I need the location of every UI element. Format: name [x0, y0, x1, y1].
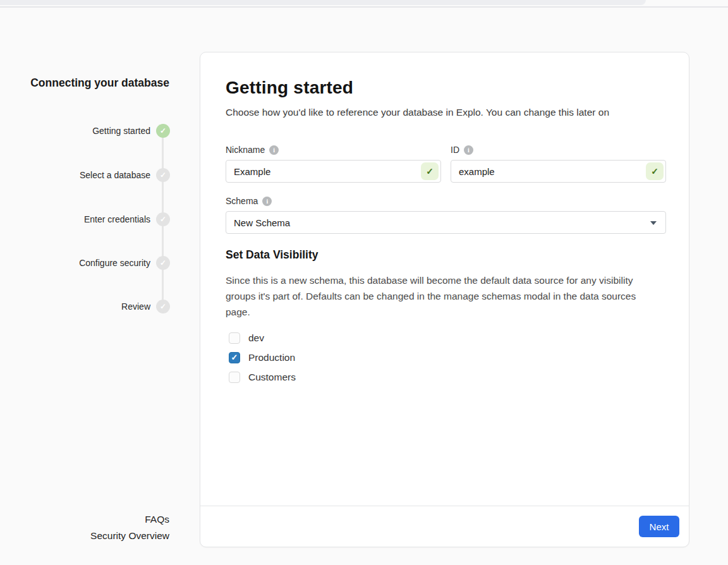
wizard-card: Getting started Choose how you'd like to… — [200, 52, 689, 547]
checkbox-unchecked[interactable] — [229, 372, 240, 383]
valid-check-icon: ✓ — [421, 162, 439, 180]
info-icon[interactable]: i — [269, 145, 279, 155]
check-icon: ✓ — [160, 302, 166, 311]
browser-tab-strip — [0, 0, 646, 5]
visibility-group-list: dev ✓ Production Customers — [229, 328, 296, 387]
page-subtitle: Choose how you'd like to reference your … — [226, 107, 668, 118]
check-icon: ✓ — [160, 171, 166, 179]
step-status-icon-pending[interactable]: ✓ — [156, 300, 170, 313]
id-label: ID — [451, 145, 459, 155]
page-title: Getting started — [226, 78, 353, 98]
checkbox-label: Production — [248, 352, 295, 363]
chevron-down-icon — [650, 221, 657, 225]
step-label-select-database[interactable]: Select a database — [0, 169, 150, 181]
info-icon[interactable]: i — [464, 145, 473, 155]
visibility-group-production[interactable]: ✓ Production — [229, 348, 296, 367]
security-overview-link[interactable]: Security Overview — [0, 530, 169, 542]
schema-selected-value: New Schema — [234, 217, 290, 228]
step-status-icon-pending[interactable]: ✓ — [156, 256, 170, 270]
check-icon: ✓ — [231, 353, 238, 362]
step-status-icon-pending[interactable]: ✓ — [156, 168, 170, 182]
step-label-configure-security[interactable]: Configure security — [0, 257, 150, 269]
faqs-link[interactable]: FAQs — [0, 513, 169, 526]
check-icon: ✓ — [160, 126, 166, 135]
step-status-icon-complete[interactable]: ✓ — [156, 124, 170, 138]
wizard-title: Connecting your database — [0, 75, 169, 91]
visibility-description: Since this is a new schema, this databas… — [226, 272, 662, 320]
check-icon: ✓ — [160, 258, 166, 267]
check-icon: ✓ — [160, 215, 166, 224]
step-label-review[interactable]: Review — [0, 301, 150, 312]
next-button[interactable]: Next — [639, 516, 679, 537]
valid-check-icon: ✓ — [646, 162, 664, 180]
visibility-group-dev[interactable]: dev — [229, 328, 296, 348]
nickname-label: Nickname — [226, 145, 265, 155]
checkbox-label: Customers — [248, 372, 296, 383]
id-input[interactable] — [451, 160, 666, 183]
step-status-icon-pending[interactable]: ✓ — [156, 212, 170, 226]
step-label-getting-started[interactable]: Getting started — [0, 125, 150, 137]
visibility-group-customers[interactable]: Customers — [229, 367, 296, 387]
nickname-input[interactable] — [226, 160, 441, 183]
checkbox-unchecked[interactable] — [229, 332, 240, 344]
step-label-enter-credentials[interactable]: Enter credentials — [0, 214, 150, 225]
window-top-divider — [0, 6, 728, 8]
card-footer: Next — [200, 506, 689, 547]
schema-select[interactable]: New Schema — [226, 211, 666, 234]
info-icon[interactable]: i — [262, 197, 272, 206]
schema-label: Schema — [226, 196, 258, 206]
visibility-heading: Set Data Visibility — [226, 248, 318, 262]
checkbox-checked[interactable]: ✓ — [229, 352, 240, 363]
checkbox-label: dev — [248, 332, 264, 344]
